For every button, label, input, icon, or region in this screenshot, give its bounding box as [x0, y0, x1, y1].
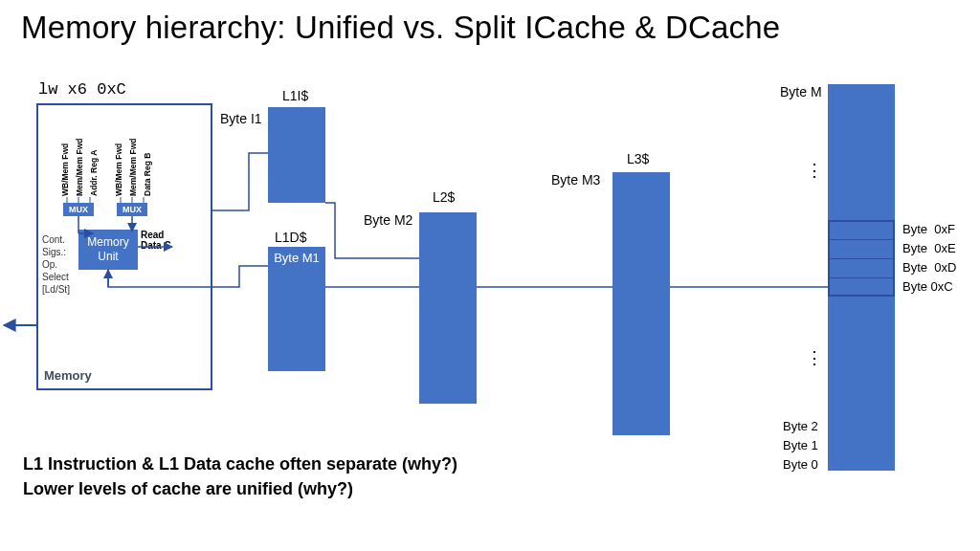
l1i-cache-label: L1I$: [282, 88, 308, 103]
mux-a: MUX: [63, 203, 94, 216]
byte-0xd: Byte 0xD: [902, 260, 956, 275]
l1d-byte-label: Byte M1: [268, 251, 325, 265]
l2-byte-label: Byte M2: [364, 212, 412, 228]
mux-b: MUX: [117, 203, 147, 216]
l1d-cache-box: [268, 247, 325, 371]
footer-line-1: L1 Instruction & L1 Data cache often sep…: [23, 452, 457, 476]
byte-0xf: Byte 0xF: [902, 222, 955, 236]
l3-byte-label: Byte M3: [551, 172, 600, 187]
byte-0xc: Byte 0xC: [902, 279, 953, 294]
byte-2: Byte 2: [783, 419, 818, 433]
input-mem-mem-fwd-b: Mem/Mem Fwd: [128, 139, 138, 196]
l1i-byte-label: Byte I1: [220, 111, 262, 126]
input-wb-mem-fwd-b: WB/Mem Fwd: [114, 143, 123, 196]
slide-title: Memory hierarchy: Unified vs. Split ICac…: [21, 10, 780, 46]
byte-0xe: Byte 0xE: [902, 241, 956, 255]
dots-upper: ⋮: [806, 166, 823, 174]
word-divider-3: [828, 277, 895, 278]
l1i-cache-box: [268, 107, 325, 203]
input-data-reg-b: Data Reg B: [143, 153, 152, 196]
instruction-text: lw x6 0xC: [38, 80, 126, 99]
l2-cache-label: L2$: [433, 189, 455, 205]
memory-unit-block: Memory Unit: [78, 230, 138, 270]
byte-1: Byte 1: [783, 438, 818, 452]
footer-text: L1 Instruction & L1 Data cache often sep…: [23, 452, 457, 501]
l3-cache-label: L3$: [627, 151, 649, 166]
l3-cache-box: [612, 172, 670, 435]
dots-lower: ⋮: [806, 354, 823, 362]
control-signals-text: Cont. Sigs.: Op. Select [Ld/St]: [42, 233, 70, 296]
memory-stage-label: Memory: [44, 368, 92, 383]
l1d-cache-label: L1D$: [275, 230, 306, 245]
input-wb-mem-fwd-a: WB/Mem Fwd: [60, 143, 70, 196]
footer-line-2: Lower levels of cache are unified (why?): [23, 476, 457, 501]
l2-cache-box: [419, 212, 477, 404]
word-divider-1: [828, 239, 895, 240]
main-memory-top-label: Byte M: [780, 84, 822, 99]
byte-0: Byte 0: [783, 457, 818, 472]
word-divider-2: [828, 258, 895, 259]
read-data-label: Read Data C: [141, 230, 171, 251]
slide-canvas: Memory hierarchy: Unified vs. Split ICac…: [0, 0, 980, 551]
input-addr-reg-a: Addr. Reg A: [89, 150, 99, 196]
input-mem-mem-fwd-a: Mem/Mem Fwd: [75, 139, 84, 196]
